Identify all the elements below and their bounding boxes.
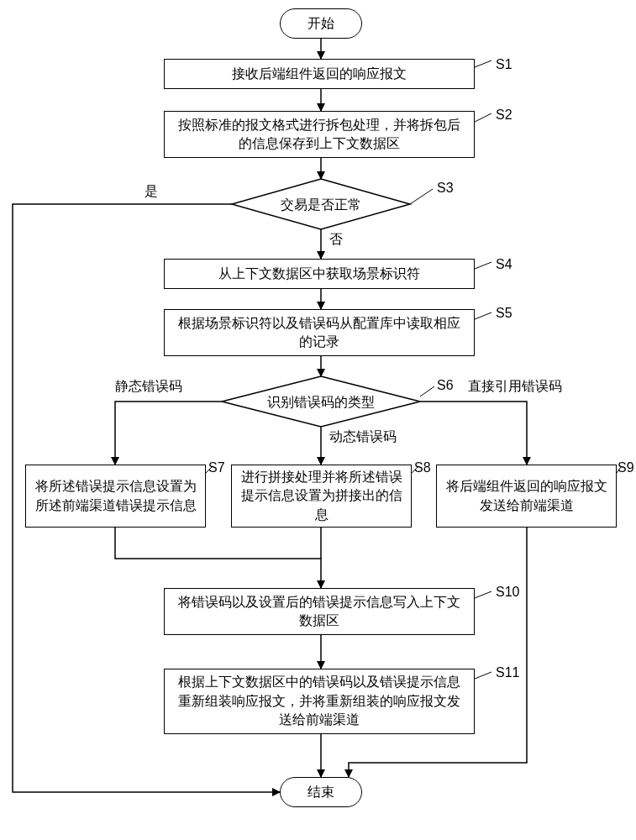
svg-line-22 bbox=[475, 672, 491, 679]
svg-line-15 bbox=[475, 262, 491, 269]
s3-text: 交易是否正常 bbox=[281, 197, 361, 212]
svg-line-19 bbox=[412, 467, 418, 473]
svg-line-18 bbox=[206, 467, 212, 473]
svg-line-21 bbox=[475, 591, 491, 598]
svg-line-14 bbox=[410, 189, 433, 204]
flow-connectors: 交易是否正常 识别错误码的类型 bbox=[0, 0, 636, 840]
svg-line-13 bbox=[475, 113, 491, 122]
svg-line-12 bbox=[475, 60, 491, 67]
svg-line-17 bbox=[420, 386, 434, 396]
svg-line-20 bbox=[617, 467, 621, 473]
svg-line-16 bbox=[475, 312, 491, 319]
s6-text: 识别错误码的类型 bbox=[267, 395, 375, 409]
